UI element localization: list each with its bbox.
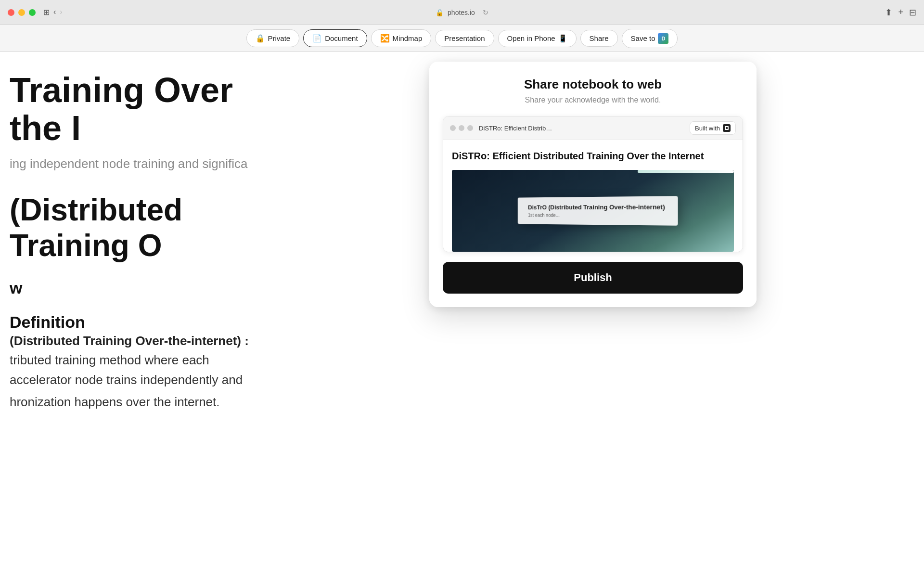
share-label: Share: [590, 34, 609, 42]
private-label: Private: [268, 34, 291, 42]
doc-body-1: tributed training method where each acce…: [0, 348, 274, 390]
preview-dot-1: [450, 125, 456, 131]
mindmap-icon: 🔀: [380, 34, 390, 43]
private-button[interactable]: 🔒 Private: [246, 29, 300, 47]
doc-overview-heading: w: [0, 263, 274, 297]
open-in-phone-label: Open in Phone: [507, 34, 555, 42]
doc-definition-heading: Definition: [0, 297, 274, 332]
preview-dot-2: [459, 125, 464, 131]
google-docs-icon: D: [658, 33, 668, 44]
share-button[interactable]: Share: [580, 30, 618, 47]
phone-icon: 📱: [558, 34, 567, 43]
preview-image: DisTrO (Distributed Training Over-the-in…: [452, 170, 734, 252]
document-label: Document: [325, 34, 358, 42]
close-button[interactable]: [8, 9, 14, 16]
share-action-icon[interactable]: ⬆: [885, 7, 892, 18]
maximize-button[interactable]: [29, 9, 36, 16]
preview-doc-title: DiSTRo: Efficient Distributed Training O…: [452, 150, 734, 162]
preview-slide-subtitle: 1st each node...: [528, 213, 665, 219]
window-controls: [8, 9, 36, 16]
share-popup-subtitle: Share your acknowledge with the world.: [443, 96, 743, 104]
title-bar: ⊞ ‹ › 🔒 photes.io ↻ ⬆ + ⊟: [0, 0, 924, 25]
forward-icon[interactable]: ›: [60, 8, 62, 17]
title-bar-actions: ⬆ + ⊟: [885, 7, 916, 18]
main-content: Training Over the I ing independent node…: [0, 52, 924, 566]
preview-tab-title: DiSTRo: Efficient Distrib…: [479, 125, 690, 132]
doc-body-2: hronization happens over the internet.: [0, 390, 274, 412]
doc-definition-term: (Distributed Training Over-the-internet)…: [0, 332, 274, 348]
doc-title: Training Over the I: [0, 71, 274, 147]
mindmap-label: Mindmap: [393, 34, 423, 42]
preview-card: DiSTRo: Efficient Distrib… Built with Di…: [443, 116, 743, 252]
publish-button[interactable]: Publish: [443, 262, 743, 294]
new-tab-icon[interactable]: +: [898, 7, 903, 17]
built-with-badge[interactable]: Built with: [690, 121, 736, 135]
share-popup: Share notebook to web Share your acknowl…: [429, 62, 757, 307]
refresh-icon[interactable]: ↻: [483, 9, 488, 16]
minimize-button[interactable]: [18, 9, 25, 16]
presentation-button[interactable]: Presentation: [435, 30, 494, 47]
preview-slide-title: DisTrO (Distributed Training Over-the-in…: [528, 203, 665, 211]
svg-rect-1: [726, 127, 728, 129]
sidebar-toggle-icon[interactable]: ⊞: [43, 8, 50, 17]
back-icon[interactable]: ‹: [53, 8, 56, 17]
photes-icon: [723, 124, 731, 132]
lock-icon: 🔒: [436, 9, 444, 16]
toolbar: 🔒 Private 📄 Document 🔀 Mindmap Presentat…: [0, 25, 924, 52]
preview-window-dots: [450, 125, 473, 131]
url-bar[interactable]: 🔒 photes.io ↻: [436, 9, 488, 16]
lock-icon: 🔒: [256, 34, 265, 43]
nav-icons: ⊞ ‹ ›: [43, 8, 63, 17]
url-text: photes.io: [448, 9, 475, 16]
doc-section: (Distributed Training O: [0, 173, 274, 263]
preview-slide: DisTrO (Distributed Training Over-the-in…: [517, 196, 678, 226]
share-popup-title: Share notebook to web: [443, 77, 743, 92]
preview-card-titlebar: DiSTRo: Efficient Distrib… Built with: [443, 116, 743, 140]
save-to-button[interactable]: Save to D: [622, 29, 678, 48]
preview-dot-3: [467, 125, 473, 131]
document-text: Training Over the I ing independent node…: [0, 52, 274, 412]
doc-subtitle: ing independent node training and signif…: [0, 147, 274, 172]
built-with-label: Built with: [695, 125, 720, 132]
open-in-phone-button[interactable]: Open in Phone 📱: [498, 30, 577, 47]
tabs-overview-icon[interactable]: ⊟: [909, 7, 916, 18]
save-to-label: Save to: [631, 34, 655, 42]
preview-card-body: DiSTRo: Efficient Distributed Training O…: [443, 140, 743, 252]
document-button[interactable]: 📄 Document: [303, 29, 367, 47]
presentation-label: Presentation: [444, 34, 485, 42]
mindmap-button[interactable]: 🔀 Mindmap: [371, 29, 432, 47]
document-icon: 📄: [312, 34, 322, 43]
